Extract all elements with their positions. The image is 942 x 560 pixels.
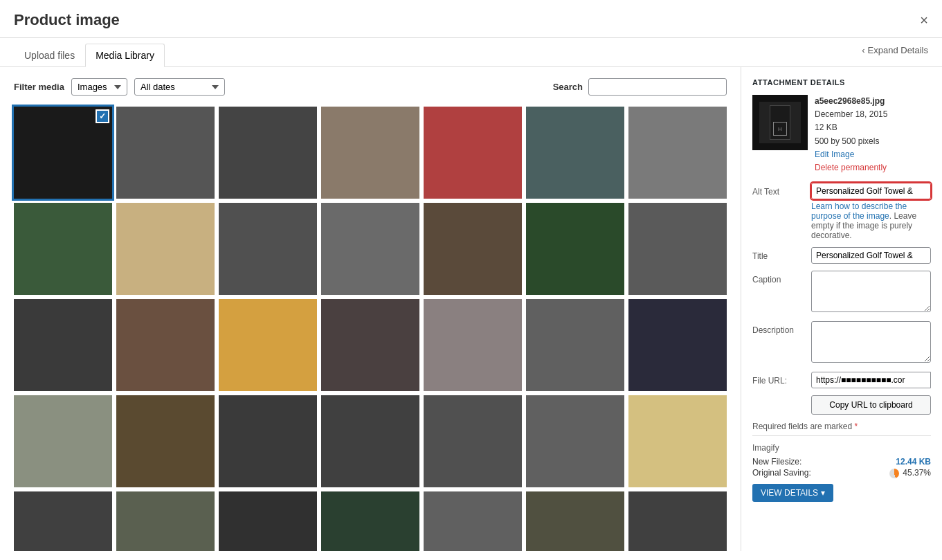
grid-item[interactable] [424,491,522,551]
grid-item[interactable] [14,395,112,487]
title-input[interactable] [811,247,931,264]
grid-item[interactable] [526,299,624,391]
grid-item[interactable] [424,203,522,295]
alt-text-input[interactable] [811,183,931,199]
description-content [811,321,931,365]
view-details-label: VIEW DETAILS [761,488,818,498]
grid-item[interactable] [219,107,317,199]
grid-item[interactable] [628,299,727,391]
required-note-text: Required fields are marked [752,422,852,431]
grid-item[interactable] [526,203,624,295]
description-field-row: Description [752,321,931,365]
imagify-saving-value: 45.37% [889,468,931,478]
grid-item[interactable] [628,491,727,551]
grid-item[interactable] [526,395,624,487]
grid-item[interactable] [219,203,317,295]
grid-item[interactable] [219,299,317,391]
close-button[interactable]: × [920,12,928,28]
expand-details-label: Expand Details [868,45,928,55]
expand-details-button[interactable]: ‹ Expand Details [862,45,928,55]
media-area: Filter media Images Audio Video All date… [0,67,741,551]
edit-image-link[interactable]: Edit Image [815,150,854,159]
progress-circle-icon [889,469,899,478]
filter-date-select[interactable]: All dates January 2016 December 2015 [134,78,225,96]
search-label: Search [553,82,583,92]
modal-title: Product image [14,11,120,29]
grid-item[interactable] [628,203,727,295]
imagify-filesize-row: New Filesize: 12.44 KB [752,457,931,467]
search-section: Search [553,78,727,96]
grid-item[interactable] [14,299,112,391]
file-url-row [811,372,931,388]
main-area: Filter media Images Audio Video All date… [0,67,942,551]
chevron-down-icon: ▾ [821,488,825,498]
filter-media-label: Filter media [14,82,64,92]
alt-text-field-row: Alt Text Learn how to describe the purpo… [752,183,931,240]
tab-bar: Upload files Media Library ‹ Expand Deta… [0,38,942,67]
grid-item[interactable] [424,395,522,487]
file-url-label: File URL: [752,372,808,386]
grid-item[interactable] [526,491,624,551]
filter-type-select[interactable]: Images Audio Video [71,78,127,96]
attachment-details-sidebar: ATTACHMENT DETAILS H a5eec2968e85.jpg De… [741,67,942,551]
chevron-left-icon: ‹ [862,45,864,55]
grid-item[interactable] [116,107,215,199]
view-details-button[interactable]: VIEW DETAILS ▾ [752,484,833,502]
grid-item[interactable] [116,395,215,487]
grid-item[interactable] [219,491,317,551]
alt-text-content: Learn how to describe the purpose of the… [811,183,931,240]
file-url-content: Copy URL to clipboard [811,372,931,415]
filter-row: Filter media Images Audio Video All date… [14,78,727,96]
grid-item[interactable] [321,491,419,551]
modal-header: Product image × [0,0,942,38]
file-size: 12 KB [815,121,887,134]
copy-url-button[interactable]: Copy URL to clipboard [811,395,931,415]
grid-item[interactable] [321,299,419,391]
grid-item[interactable] [628,107,727,199]
grid-item[interactable] [526,107,624,199]
grid-item[interactable] [116,203,215,295]
search-input[interactable] [588,78,727,96]
tab-media-library[interactable]: Media Library [85,44,165,67]
caption-textarea[interactable] [811,271,931,312]
delete-image-link[interactable]: Delete permanently [815,163,887,172]
grid-item[interactable] [424,107,522,199]
grid-item[interactable] [321,203,419,295]
tab-upload[interactable]: Upload files [14,44,85,67]
grid-item[interactable] [116,299,215,391]
grid-item[interactable]: ✓ [14,107,112,199]
title-field-row: Title [752,247,931,264]
imagify-filesize-label: New Filesize: [752,457,801,467]
file-date: December 18, 2015 [815,108,887,121]
grid-item[interactable] [321,107,419,199]
caption-label: Caption [752,271,808,284]
file-url-input[interactable] [811,372,931,388]
grid-item[interactable] [219,395,317,487]
image-grid: ✓ [14,107,727,551]
caption-field-row: Caption [752,271,931,314]
grid-item[interactable] [321,395,419,487]
title-label: Title [752,247,808,261]
meta-text: a5eec2968e85.jpg December 18, 2015 12 KB… [815,95,887,174]
thumb-info: H a5eec2968e85.jpg December 18, 2015 12 … [752,95,931,174]
required-star: * [854,422,858,431]
imagify-section: Imagify New Filesize: 12.44 KB Original … [752,435,931,502]
caption-content [811,271,931,314]
imagify-saving-label: Original Saving: [752,468,811,478]
required-note: Required fields are marked * [752,422,931,431]
imagify-label: Imagify [752,443,931,453]
description-textarea[interactable] [811,321,931,363]
grid-item[interactable] [116,491,215,551]
sidebar-title: ATTACHMENT DETAILS [752,78,931,87]
selected-check-icon: ✓ [96,109,109,123]
thumbnail: H [752,95,808,150]
grid-item[interactable] [424,299,522,391]
alt-text-label: Alt Text [752,183,808,197]
imagify-filesize-value: 12.44 KB [896,457,931,467]
file-url-field-row: File URL: Copy URL to clipboard [752,372,931,415]
title-content [811,247,931,264]
grid-item[interactable] [14,491,112,551]
grid-item[interactable] [628,395,727,487]
file-dimensions: 500 by 500 pixels [815,135,887,148]
grid-item[interactable] [14,203,112,295]
